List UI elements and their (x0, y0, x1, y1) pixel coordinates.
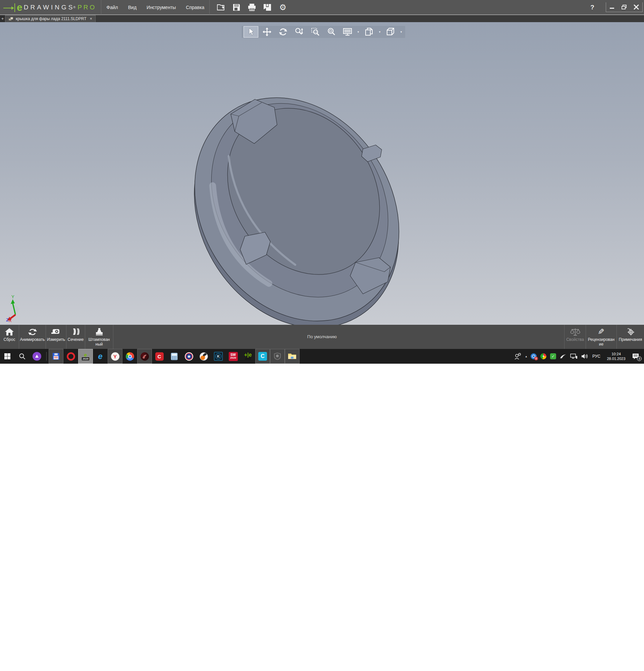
review-button[interactable]: ✎ Рецензирование (585, 325, 617, 349)
settings-button[interactable]: ⚙ (276, 1, 289, 14)
reset-button[interactable]: Сброс (0, 325, 19, 349)
tray-clock[interactable]: 10:24 28.01.2023 (604, 352, 628, 361)
pencil-icon: ✎ (598, 327, 604, 337)
restore-button[interactable] (618, 2, 630, 12)
orientation-button[interactable] (383, 26, 398, 38)
new-tab-button[interactable]: + (0, 15, 5, 22)
fullscreen-view-button[interactable] (340, 26, 355, 38)
window-controls (606, 2, 643, 12)
publish-button[interactable] (261, 1, 274, 14)
floppy-app-icon (52, 352, 60, 360)
measure-button[interactable]: Измерить (46, 325, 66, 349)
close-button[interactable] (630, 2, 642, 12)
printer-icon (247, 3, 256, 11)
select-tool-button[interactable] (244, 26, 258, 38)
chrome-icon (126, 352, 134, 361)
tray-check-icon[interactable]: ✓ (550, 353, 556, 359)
taskbar-app-comodo[interactable] (137, 349, 152, 364)
rotate-tool-button[interactable] (276, 26, 291, 38)
edrawings-arrow-icon (3, 2, 17, 12)
taskbar-app-floppy[interactable] (49, 349, 63, 364)
taskbar-app-chrome[interactable] (123, 349, 137, 364)
tray-volume-icon[interactable] (581, 353, 589, 359)
part-model-3d (0, 22, 644, 325)
start-button[interactable] (0, 349, 15, 364)
cube-icon (386, 27, 395, 36)
logo-e: e (17, 2, 23, 12)
save-floppy-icon (232, 3, 241, 11)
menu-help[interactable]: Справка (181, 0, 209, 14)
menu-tools[interactable]: Инструменты (142, 0, 181, 14)
taskbar-separator (46, 352, 47, 361)
calculator-icon (170, 353, 178, 360)
tray-language-indicator[interactable]: РУС (592, 354, 601, 359)
tray-network-icon[interactable] (570, 353, 578, 359)
home-icon (5, 327, 14, 336)
taskbar-app-edrawings-active[interactable]: e 2020 (78, 349, 93, 364)
monitor-icon (343, 27, 352, 36)
tray-time: 10:24 (604, 352, 628, 356)
tray-app-blue[interactable]: 8 (531, 353, 537, 359)
menu-view[interactable]: Вид (123, 0, 142, 14)
taskbar-search-button[interactable] (15, 349, 29, 364)
taskbar-app-cura[interactable]: C (255, 349, 270, 364)
windows-logo-icon (4, 353, 11, 360)
taskbar-app-orange-circle[interactable] (196, 349, 211, 364)
document-tab[interactable]: крышка для фары лада 2111.SLDPRT × (5, 15, 95, 22)
tab-close-icon[interactable]: × (90, 16, 92, 21)
stamped-button[interactable]: Штампованный (85, 325, 113, 349)
tray-antivirus-icon[interactable]: + (540, 353, 546, 359)
minimize-icon (609, 5, 615, 9)
taskbar-app-shield-star[interactable] (181, 349, 196, 364)
tape-measure-icon (51, 327, 61, 336)
part-file-icon (9, 16, 14, 21)
edrawings-logo: e DRAWINGS ® PRO (0, 0, 101, 14)
menu-file[interactable]: Файл (101, 0, 123, 14)
model-viewport[interactable]: ▾ ▾ ▾ Y Z X (0, 22, 644, 325)
help-button[interactable]: ? (585, 4, 600, 11)
taskbar-app-yandex[interactable]: Y (108, 349, 123, 364)
taskbar-app-opera[interactable] (63, 349, 78, 364)
zoom-fit-tool-button[interactable] (324, 26, 339, 38)
open-file-button[interactable] (214, 1, 228, 14)
zoom-tool-button[interactable] (292, 26, 307, 38)
tray-pen-icon[interactable] (560, 354, 567, 359)
tray-people-icon[interactable] (514, 353, 521, 360)
annotation-target-icon (626, 327, 635, 336)
axis-triad: Y Z X (5, 294, 28, 323)
taskbar-app-explorer[interactable] (285, 349, 299, 364)
tray-hidden-icons-chevron[interactable]: ▴ (525, 355, 527, 358)
pan-icon (263, 27, 271, 36)
rotate-icon (279, 27, 287, 36)
section-button[interactable]: Сечение (66, 325, 85, 349)
pages-button[interactable] (362, 26, 376, 38)
annotations-button[interactable]: Примечания (617, 325, 644, 349)
properties-button[interactable]: Свойства (564, 325, 585, 349)
zoom-area-tool-button[interactable] (308, 26, 323, 38)
taskbar-app-tanks[interactable] (270, 349, 285, 364)
print-button[interactable] (245, 1, 259, 14)
fullscreen-dropdown-caret[interactable]: ▾ (356, 30, 360, 34)
minimize-button[interactable] (606, 2, 618, 12)
tank-shield-icon (273, 352, 281, 361)
file-explorer-folder-icon (288, 353, 297, 360)
taskbar-app-kompas[interactable]: K (211, 349, 226, 364)
pan-tool-button[interactable] (260, 26, 274, 38)
taskbar-app-calculator[interactable] (167, 349, 181, 364)
notification-center-button[interactable]: 3 (632, 353, 639, 360)
taskbar-app-ie[interactable]: e (93, 349, 108, 364)
zoom-fit-icon (327, 27, 336, 36)
taskbar-app-ccleaner[interactable]: C (152, 349, 167, 364)
animate-button[interactable]: Анимировать (19, 325, 46, 349)
taskbar-app-edrawings[interactable]: +|e 2020 (241, 349, 255, 364)
taskbar-app-alice[interactable] (29, 349, 44, 364)
folder-open-icon (217, 3, 226, 11)
animate-icon (28, 327, 37, 336)
logo-registered-mark: ® (73, 6, 76, 9)
search-icon (19, 353, 25, 360)
taskbar-app-solidworks[interactable]: SW 2020 (226, 349, 241, 364)
orientation-dropdown-caret[interactable]: ▾ (399, 30, 403, 34)
save-button[interactable] (230, 1, 243, 14)
section-icon (71, 327, 80, 336)
pages-dropdown-caret[interactable]: ▾ (378, 30, 382, 34)
